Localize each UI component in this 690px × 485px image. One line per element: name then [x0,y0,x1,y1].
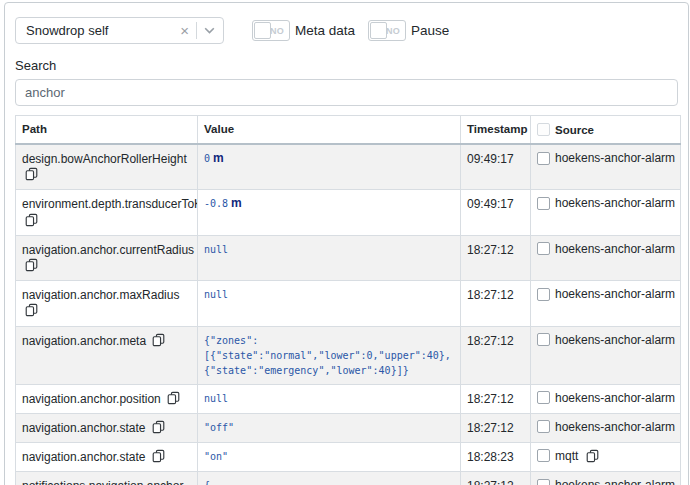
source-checkbox[interactable] [537,152,550,165]
timestamp-column-header: Timestamp [461,116,531,145]
copy-icon[interactable] [152,333,165,347]
path-cell: navigation.anchor.maxRadius [16,281,198,326]
copy-icon[interactable] [25,258,38,272]
timestamp-cell: 18:27:12 [461,326,531,384]
source-text: hoekens-anchor-alarm [555,287,675,301]
controls-row: Snowdrop self × NO Meta data NO Pause [15,17,678,44]
value-unit: m [231,196,242,210]
source-column-header: Source [531,116,681,145]
search-label: Search [15,58,678,73]
copy-icon[interactable] [152,449,165,463]
select-all-checkbox[interactable] [537,123,550,136]
table-row: navigation.anchor.state "on" 18:28:23 mq… [16,442,681,471]
source-checkbox[interactable] [537,242,550,255]
context-select-value: Snowdrop self [26,23,108,38]
copy-icon[interactable] [586,449,599,463]
source-cell: hoekens-anchor-alarm [531,190,681,235]
copy-icon[interactable] [25,167,38,181]
search-input[interactable] [15,79,678,106]
timestamp-text: 18:27:12 [467,421,514,435]
path-text: navigation.anchor.state [22,450,149,464]
clear-icon[interactable]: × [180,23,189,38]
value-cell: null [198,235,461,280]
toggle-state-label: NO [386,26,400,36]
source-header-label: Source [555,124,594,136]
source-cell: hoekens-anchor-alarm [531,281,681,326]
source-cell: hoekens-anchor-alarm [531,326,681,384]
table-body: design.bowAnchorRollerHeight 0m 09:49:17… [16,144,681,485]
source-text: hoekens-anchor-alarm [555,420,675,434]
timestamp-cell: 18:27:12 [461,472,531,485]
path-cell: navigation.anchor.state [16,413,198,442]
value-text: {"zones": [{"state":"normal","lower":0,"… [204,335,451,376]
path-text: design.bowAnchorRollerHeight [22,152,187,166]
table-row: navigation.anchor.maxRadius null 18:27:1… [16,281,681,326]
source-text: hoekens-anchor-alarm [555,151,675,165]
meta-data-toggle[interactable]: NO [252,20,290,41]
toggle-state-label: NO [270,26,284,36]
toggle-knob [254,22,271,39]
timestamp-text: 09:49:17 [467,197,514,211]
table-row: design.bowAnchorRollerHeight 0m 09:49:17… [16,144,681,190]
table-row: navigation.anchor.state "off" 18:27:12 h… [16,413,681,442]
value-column-header: Value [198,116,461,145]
chevron-down-icon[interactable] [204,27,215,34]
path-column-header: Path [16,116,198,145]
source-checkbox[interactable] [537,449,550,462]
table-row: environment.depth.transducerToKeel -0.8m… [16,190,681,235]
value-cell: { "state": "normal", "method": [ "visual… [198,472,461,485]
value-text: -0.8 [204,198,228,209]
source-text: hoekens-anchor-alarm [555,478,675,485]
context-select[interactable]: Snowdrop self × [15,17,224,44]
data-table: Path Value Timestamp Source design.bowAn… [15,115,681,485]
timestamp-cell: 18:27:12 [461,281,531,326]
source-checkbox[interactable] [537,288,550,301]
path-cell: navigation.anchor.currentRadius [16,235,198,280]
path-cell: environment.depth.transducerToKeel [16,190,198,235]
value-cell: "off" [198,413,461,442]
timestamp-text: 18:27:12 [467,288,514,302]
data-browser-panel: Snowdrop self × NO Meta data NO Pause Se… [4,2,689,485]
timestamp-text: 18:28:23 [467,450,514,464]
value-cell: null [198,281,461,326]
copy-icon[interactable] [152,420,165,434]
source-text: hoekens-anchor-alarm [555,242,675,256]
path-cell: navigation.anchor.meta [16,326,198,384]
source-cell: hoekens-anchor-alarm [531,384,681,413]
timestamp-text: 18:27:12 [467,334,514,348]
timestamp-text: 18:27:12 [467,392,514,406]
source-checkbox[interactable] [537,420,550,433]
table-row: navigation.anchor.position null 18:27:12… [16,384,681,413]
table-row: notifications.navigation.anchor { "state… [16,472,681,485]
source-checkbox[interactable] [537,479,550,485]
value-text: null [204,393,228,404]
source-checkbox[interactable] [537,197,550,210]
timestamp-text: 09:49:17 [467,152,514,166]
meta-data-label: Meta data [295,23,355,38]
copy-icon[interactable] [25,303,38,317]
source-cell: hoekens-anchor-alarm [531,413,681,442]
path-cell: navigation.anchor.position [16,384,198,413]
source-text: mqtt [555,449,578,463]
pause-toggle[interactable]: NO [368,20,406,41]
source-checkbox[interactable] [537,391,550,404]
timestamp-cell: 18:27:12 [461,413,531,442]
copy-icon[interactable] [25,213,38,227]
path-text: environment.depth.transducerToKeel [22,197,198,211]
source-text: hoekens-anchor-alarm [555,196,675,210]
value-cell: -0.8m [198,190,461,235]
path-text: navigation.anchor.meta [22,334,149,348]
path-text: navigation.anchor.state [22,421,149,435]
source-text: hoekens-anchor-alarm [555,333,675,347]
source-text: hoekens-anchor-alarm [555,391,675,405]
source-cell: hoekens-anchor-alarm [531,235,681,280]
copy-icon[interactable] [167,391,180,405]
value-text: { "state": "normal", "method": [ "visual… [204,480,324,485]
timestamp-text: 18:27:12 [467,243,514,257]
path-cell: notifications.navigation.anchor [16,472,198,485]
path-text: navigation.anchor.position [22,392,164,406]
context-select-icons: × [180,22,215,39]
source-checkbox[interactable] [537,333,550,346]
timestamp-text: 18:27:12 [467,479,514,485]
select-divider [196,22,197,39]
